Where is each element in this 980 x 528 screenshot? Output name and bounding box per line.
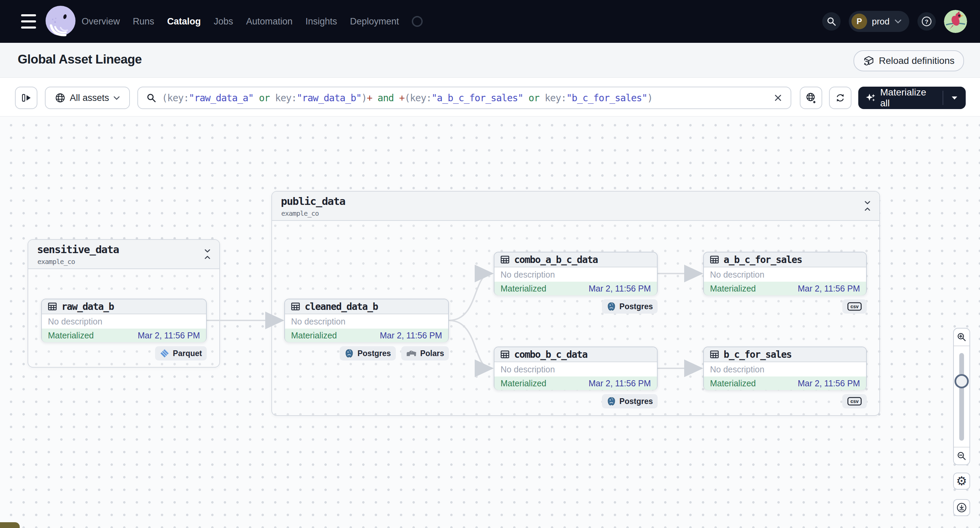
collapse-group-button[interactable] [863,200,872,213]
nav-item-catalog[interactable]: Catalog [167,16,201,27]
materialize-all-button[interactable]: Materialize all [858,87,966,109]
nav-item-deployment[interactable]: Deployment [350,16,399,27]
collapse-group-icon[interactable] [863,200,872,211]
asset-scope-dropdown[interactable]: All assets [45,87,130,109]
download-icon [956,502,967,513]
refresh-button[interactable] [829,87,851,109]
svg-text:csv: csv [850,398,859,404]
collapse-group-button[interactable] [203,249,212,261]
tag-label: Postgres [620,397,653,406]
asset-timestamp[interactable]: Mar 2, 11:56 PM [589,379,651,388]
postgres-icon [607,396,616,406]
globe-plus-icon [805,92,817,104]
user-avatar[interactable] [944,10,967,33]
dagster-logo-icon[interactable] [43,5,78,38]
materialize-options-button[interactable] [943,91,966,105]
clear-search-icon[interactable] [773,94,783,102]
asset-timestamp[interactable]: Mar 2, 11:56 PM [380,331,442,341]
asset-tag-csv[interactable]: csv [842,394,867,408]
reload-definitions-label: Reload definitions [879,55,955,66]
query-token: or [523,92,545,104]
asset-node-raw_data_b[interactable]: raw_data_b No description Materialized M… [41,299,207,342]
asset-node-header: combo_b_c_data [495,347,657,362]
tag-label: Parquet [173,349,202,358]
nav-item-runs[interactable]: Runs [133,16,154,27]
asset-status-label: Materialized [710,379,756,388]
asset-status-label: Materialized [501,284,546,293]
asset-node-combo_b_c_data[interactable]: combo_b_c_data No description Materializ… [494,347,658,390]
zoom-slider-track[interactable] [959,353,964,441]
asset-tag-csv[interactable]: csv [842,299,867,314]
csv-icon: csv [847,301,862,312]
group-header: sensitive_data example_co [28,240,220,269]
hamburger-menu-icon[interactable] [21,14,36,29]
chevron-down-icon [113,96,120,100]
open-sidebar-button[interactable] [15,87,37,109]
zoom-slider-thumb[interactable] [955,374,969,388]
asset-timestamp[interactable]: Mar 2, 11:56 PM [798,379,860,388]
hidden-corner-widget[interactable] [0,522,20,528]
asset-node-header: combo_a_b_c_data [495,252,657,267]
nav-item-overview[interactable]: Overview [82,16,120,27]
asset-timestamp[interactable]: Mar 2, 11:56 PM [589,284,651,293]
nav-right-cluster: P prod ? [822,0,967,43]
asset-tag-row: PostgresPolars [284,346,449,360]
asset-tag-postgres[interactable]: Postgres [602,299,658,314]
asset-node-b_c_for_sales[interactable]: b_c_for_sales No description Materialize… [703,347,867,390]
asset-status-label: Materialized [501,379,546,388]
zoom-out-icon [956,451,967,461]
asset-name: raw_data_b [62,301,114,312]
asset-tag-postgres[interactable]: Postgres [602,394,658,408]
asset-name: a_b_c_for_sales [724,254,802,265]
graph-settings-button[interactable]: ⚙ [953,473,970,490]
asset-tag-postgres[interactable]: Postgres [340,346,396,360]
asset-status-label: Materialized [48,331,94,341]
group-name: public_data [281,195,345,207]
asset-tag-polars[interactable]: Polars [401,346,449,360]
asset-node-cleaned_data_b[interactable]: cleaned_data_b No description Materializ… [284,299,449,342]
caret-down-icon [951,96,958,100]
asset-timestamp[interactable]: Mar 2, 11:56 PM [138,331,200,341]
add-scope-button[interactable] [800,87,822,109]
help-button[interactable]: ? [918,12,936,30]
asset-status-row: Materialized Mar 2, 11:56 PM [704,282,866,295]
table-icon [500,349,510,360]
query-token: + [399,92,405,104]
asset-node-combo_a_b_c_data[interactable]: combo_a_b_c_data No description Material… [494,252,658,295]
nav-item-insights[interactable]: Insights [305,16,337,27]
tag-label: Postgres [357,349,391,358]
collapse-group-icon[interactable] [203,249,212,260]
asset-search-input[interactable]: (key:"raw_data_a" or key:"raw_data_b")+ … [137,87,791,109]
asset-status-row: Materialized Mar 2, 11:56 PM [495,376,657,390]
deployment-switcher[interactable]: P prod [849,11,909,32]
postgres-icon [344,349,354,358]
asset-node-header: b_c_for_sales [704,347,866,362]
zoom-in-button[interactable] [954,328,969,346]
asset-status-label: Materialized [710,284,756,293]
materialize-all-main[interactable]: Materialize all [858,87,943,109]
table-icon [47,301,57,312]
search-button[interactable] [822,12,841,30]
reload-definitions-button[interactable]: Reload definitions [853,50,964,71]
asset-status-row: Materialized Mar 2, 11:56 PM [285,328,448,342]
open-panel-icon [21,92,32,103]
nav-links: OverviewRunsCatalogJobsAutomationInsight… [82,0,423,43]
lineage-canvas[interactable]: sensitive_data example_co public_data ex… [0,116,980,528]
asset-tag-parquet[interactable]: Parquet [155,346,207,360]
asset-status-row: Materialized Mar 2, 11:56 PM [704,376,866,390]
asset-scope-label: All assets [70,93,109,103]
nav-item-automation[interactable]: Automation [246,16,293,27]
asset-description: No description [495,267,657,282]
download-image-button[interactable] [953,499,970,516]
reload-definitions-icon [863,55,875,67]
asset-status-label: Materialized [291,331,337,341]
asset-status-row: Materialized Mar 2, 11:56 PM [42,328,206,342]
asset-tag-row: csv [703,299,867,314]
globe-icon [55,92,66,103]
zoom-out-button[interactable] [954,447,969,465]
table-icon [290,301,301,312]
chevron-down-icon [894,19,902,24]
asset-timestamp[interactable]: Mar 2, 11:56 PM [798,284,860,293]
asset-node-a_b_c_for_sales[interactable]: a_b_c_for_sales No description Materiali… [703,252,867,295]
nav-item-jobs[interactable]: Jobs [214,16,233,27]
